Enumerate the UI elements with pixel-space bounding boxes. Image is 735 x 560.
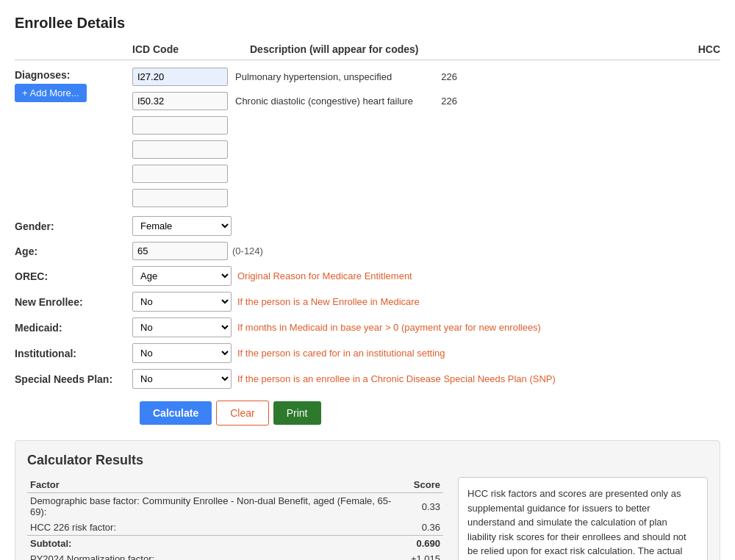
- icd-code-header: ICD Code: [132, 43, 243, 55]
- icd-input-2[interactable]: [132, 116, 228, 134]
- gender-label: Gender:: [15, 220, 132, 232]
- icd-input-0[interactable]: [132, 68, 228, 86]
- orec-row: OREC: Age Disability ESRD ESRD and Disab…: [15, 266, 720, 286]
- new-enrollee-select[interactable]: No Yes: [132, 292, 232, 312]
- institutional-hint: If the person is cared for in an institu…: [237, 348, 445, 359]
- calculate-button[interactable]: Calculate: [140, 401, 212, 425]
- medicaid-row: Medicaid: No Yes If months in Medicaid i…: [15, 317, 720, 337]
- results-row-subtotal: Subtotal: 0.690: [27, 536, 443, 552]
- results-layout: Factor Score Demographic base factor: Co…: [27, 477, 708, 560]
- new-enrollee-hint: If the person is a New Enrollee in Medic…: [237, 296, 420, 307]
- results-score-subtotal: 0.690: [408, 536, 443, 552]
- institutional-select[interactable]: No Yes: [132, 343, 232, 363]
- age-row: Age: (0-124): [15, 242, 720, 260]
- orec-hint: Original Reason for Medicare Entitlement: [237, 270, 412, 281]
- results-factor-1: HCC 226 risk factor:: [27, 520, 408, 536]
- diagnoses-section: Diagnoses: + Add More... Pulmonary hyper…: [15, 66, 720, 210]
- results-score-3: +1.015: [408, 551, 443, 560]
- diagnosis-entry-5: [132, 189, 457, 207]
- diag-desc-1: Chronic diastolic (congestive) heart fai…: [235, 96, 413, 107]
- icd-input-3[interactable]: [132, 140, 228, 159]
- diagnosis-entry-1: Chronic diastolic (congestive) heart fai…: [132, 92, 457, 110]
- icd-input-4[interactable]: [132, 165, 228, 183]
- medicaid-select[interactable]: No Yes: [132, 317, 232, 337]
- print-button[interactable]: Print: [273, 401, 321, 425]
- age-input[interactable]: [132, 242, 228, 260]
- results-score-1: 0.36: [408, 520, 443, 536]
- icd-input-1[interactable]: [132, 92, 228, 110]
- results-note: HCC risk factors and scores are presente…: [458, 477, 708, 560]
- new-enrollee-row: New Enrollee: No Yes If the person is a …: [15, 292, 720, 312]
- results-table-wrap: Factor Score Demographic base factor: Co…: [27, 477, 443, 560]
- diag-hcc-0: 226: [413, 71, 457, 82]
- results-row-1: HCC 226 risk factor: 0.36: [27, 520, 443, 536]
- special-needs-row: Special Needs Plan: No Yes If the person…: [15, 369, 720, 389]
- hcc-header: HCC: [676, 43, 720, 55]
- results-title: Calculator Results: [27, 453, 708, 468]
- diagnoses-label: Diagnoses:: [15, 66, 132, 81]
- diagnosis-entry-2: [132, 116, 457, 134]
- institutional-label: Institutional:: [15, 348, 132, 359]
- gender-select[interactable]: Female Male: [132, 216, 232, 236]
- icd-input-5[interactable]: [132, 189, 228, 207]
- results-score-0: 0.33: [408, 493, 443, 520]
- special-needs-label: Special Needs Plan:: [15, 373, 132, 385]
- results-section: Calculator Results Factor Score Demograp…: [15, 440, 720, 560]
- diagnosis-entry-0: Pulmonary hypertension, unspecified 226: [132, 68, 457, 86]
- results-row-0: Demographic base factor: Community Enrol…: [27, 493, 443, 520]
- orec-label: OREC:: [15, 270, 132, 282]
- description-header: Description (will appear for codes): [243, 43, 676, 55]
- icd-inputs-block: Pulmonary hypertension, unspecified 226 …: [132, 68, 457, 210]
- medicaid-label: Medicaid:: [15, 322, 132, 334]
- age-label: Age:: [15, 245, 132, 257]
- add-more-button[interactable]: + Add More...: [15, 84, 87, 102]
- results-score-header: Score: [408, 477, 443, 493]
- medicaid-hint: If months in Medicaid in base year > 0 (…: [237, 322, 541, 333]
- results-factor-subtotal: Subtotal:: [27, 536, 408, 552]
- special-needs-hint: If the person is an enrollee in a Chroni…: [237, 373, 556, 384]
- diagnosis-entry-3: [132, 140, 457, 159]
- gender-row: Gender: Female Male: [15, 216, 720, 236]
- diagnosis-entry-4: [132, 165, 457, 183]
- action-buttons: Calculate Clear Print: [15, 401, 720, 426]
- new-enrollee-label: New Enrollee:: [15, 296, 132, 308]
- page-title: Enrollee Details: [15, 15, 720, 32]
- results-table: Factor Score Demographic base factor: Co…: [27, 477, 443, 560]
- orec-select[interactable]: Age Disability ESRD ESRD and Disability: [132, 266, 232, 286]
- age-hint: (0-124): [232, 245, 263, 256]
- clear-button[interactable]: Clear: [216, 401, 268, 426]
- institutional-row: Institutional: No Yes If the person is c…: [15, 343, 720, 363]
- diag-desc-0: Pulmonary hypertension, unspecified: [235, 71, 413, 82]
- diag-hcc-1: 226: [413, 96, 457, 107]
- results-factor-0: Demographic base factor: Community Enrol…: [27, 493, 408, 520]
- table-header: ICD Code Description (will appear for co…: [15, 43, 720, 60]
- results-row-3: PY2024 Normalization factor: +1.015: [27, 551, 443, 560]
- results-factor-header: Factor: [27, 477, 408, 493]
- results-factor-3: PY2024 Normalization factor:: [27, 551, 408, 560]
- special-needs-select[interactable]: No Yes: [132, 369, 232, 389]
